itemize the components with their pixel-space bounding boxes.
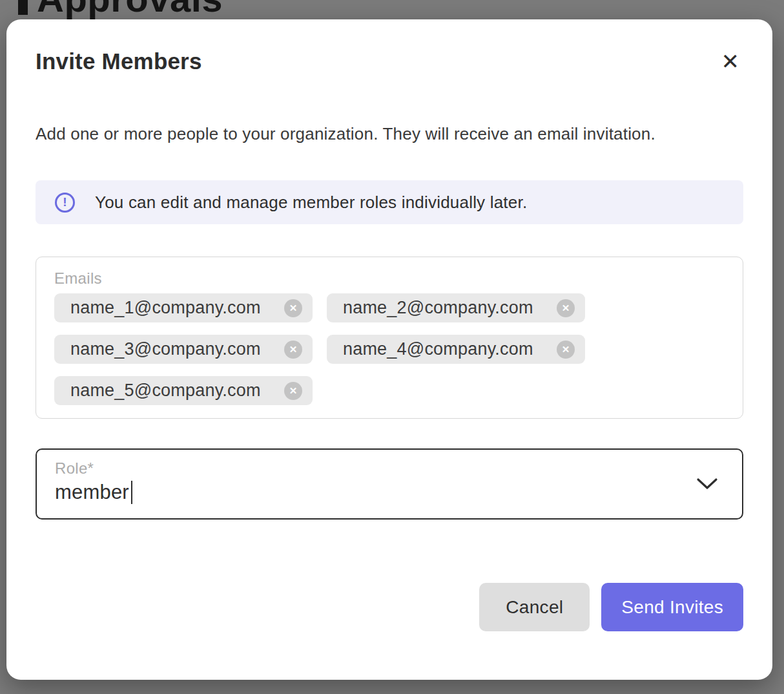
email-chip-text: name_4@company.com — [343, 339, 533, 359]
text-cursor — [131, 481, 132, 504]
close-icon[interactable]: ✕ — [717, 49, 744, 74]
email-chip: name_3@company.com ✕ — [54, 335, 313, 364]
emails-field-label: Emails — [54, 269, 725, 288]
chevron-down-icon[interactable] — [696, 477, 719, 491]
role-field-label: Role* — [55, 459, 724, 478]
role-value[interactable]: member — [55, 481, 129, 504]
invite-members-dialog: Invite Members ✕ Add one or more people … — [6, 19, 772, 680]
role-value-row: member — [55, 481, 724, 504]
remove-email-icon[interactable]: ✕ — [284, 382, 302, 400]
dialog-actions: Cancel Send Invites — [36, 583, 743, 631]
dialog-title: Invite Members — [36, 47, 202, 76]
info-banner-text: You can edit and manage member roles ind… — [95, 193, 527, 213]
dialog-description: Add one or more people to your organizat… — [36, 120, 688, 148]
remove-email-icon[interactable]: ✕ — [557, 341, 575, 359]
email-chip: name_2@company.com ✕ — [327, 293, 585, 322]
info-icon: ! — [55, 193, 75, 213]
remove-email-icon[interactable]: ✕ — [284, 341, 302, 359]
dialog-header: Invite Members ✕ — [36, 47, 743, 76]
emails-input-field[interactable]: Emails name_1@company.com ✕ name_2@compa… — [36, 257, 743, 419]
cancel-button[interactable]: Cancel — [479, 583, 590, 631]
remove-email-icon[interactable]: ✕ — [557, 299, 575, 317]
email-chip-text: name_5@company.com — [70, 381, 261, 401]
email-chip-text: name_2@company.com — [343, 298, 533, 318]
info-banner: ! You can edit and manage member roles i… — [36, 180, 743, 224]
role-select-field[interactable]: Role* member — [36, 448, 743, 520]
send-invites-button[interactable]: Send Invites — [601, 583, 743, 631]
email-chip-text: name_1@company.com — [70, 298, 261, 318]
email-chip: name_4@company.com ✕ — [327, 335, 585, 364]
remove-email-icon[interactable]: ✕ — [284, 299, 302, 317]
email-chip: name_5@company.com ✕ — [54, 376, 313, 405]
email-chips-list: name_1@company.com ✕ name_2@company.com … — [54, 293, 725, 405]
email-chip: name_1@company.com ✕ — [54, 293, 313, 322]
email-chip-text: name_3@company.com — [70, 339, 261, 359]
